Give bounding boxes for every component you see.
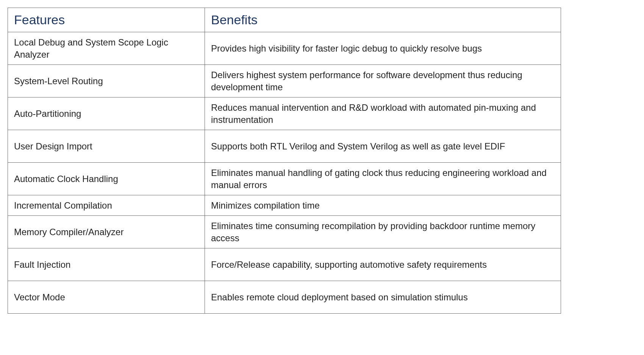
benefit-cell: Eliminates manual handling of gating clo… (205, 163, 561, 195)
feature-cell: Memory Compiler/Analyzer (8, 216, 205, 248)
table-row: Local Debug and System Scope Logic Analy… (8, 32, 561, 65)
table-header-row: Features Benefits (8, 8, 561, 32)
benefit-cell: Delivers highest system performance for … (205, 65, 561, 97)
feature-cell: Auto-Partitioning (8, 97, 205, 130)
feature-cell: Fault Injection (8, 248, 205, 281)
features-benefits-table: Features Benefits Local Debug and System… (8, 8, 561, 314)
benefit-cell: Enables remote cloud deployment based on… (205, 281, 561, 314)
benefit-cell: Eliminates time consuming recompilation … (205, 216, 561, 248)
table-row: Auto-Partitioning Reduces manual interve… (8, 97, 561, 130)
benefit-cell: Supports both RTL Verilog and System Ver… (205, 130, 561, 163)
table-row: Memory Compiler/Analyzer Eliminates time… (8, 216, 561, 248)
table-row: Vector Mode Enables remote cloud deploym… (8, 281, 561, 314)
benefit-cell: Reduces manual intervention and R&D work… (205, 97, 561, 130)
feature-cell: User Design Import (8, 130, 205, 163)
feature-cell: Incremental Compilation (8, 195, 205, 216)
header-benefits: Benefits (205, 8, 561, 32)
table-row: Incremental Compilation Minimizes compil… (8, 195, 561, 216)
benefit-cell: Minimizes compilation time (205, 195, 561, 216)
benefit-cell: Force/Release capability, supporting aut… (205, 248, 561, 281)
feature-cell: Automatic Clock Handling (8, 163, 205, 195)
table-row: User Design Import Supports both RTL Ver… (8, 130, 561, 163)
table-row: System-Level Routing Delivers highest sy… (8, 65, 561, 97)
table-row: Fault Injection Force/Release capability… (8, 248, 561, 281)
header-features: Features (8, 8, 205, 32)
feature-cell: Vector Mode (8, 281, 205, 314)
table-row: Automatic Clock Handling Eliminates manu… (8, 163, 561, 195)
feature-cell: Local Debug and System Scope Logic Analy… (8, 32, 205, 65)
table-body: Local Debug and System Scope Logic Analy… (8, 32, 561, 314)
benefit-cell: Provides high visibility for faster logi… (205, 32, 561, 65)
feature-cell: System-Level Routing (8, 65, 205, 97)
